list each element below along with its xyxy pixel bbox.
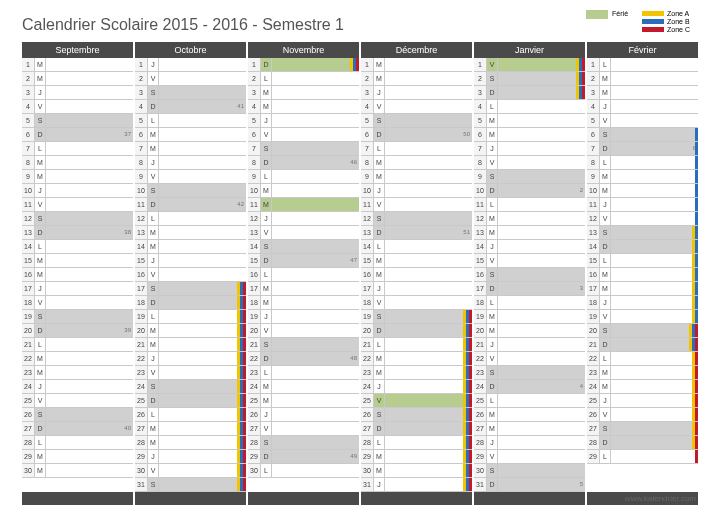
- day-row: 25J: [587, 394, 698, 408]
- day-row: 17J: [361, 282, 472, 296]
- day-row: 3J: [22, 86, 133, 100]
- day-row: 23M: [361, 366, 472, 380]
- day-row: 16M: [22, 268, 133, 282]
- day-row: 20D39: [22, 324, 133, 338]
- day-row: 16M: [587, 268, 698, 282]
- month-footer: [474, 492, 585, 505]
- day-row: 1L: [587, 58, 698, 72]
- day-row: 24J: [361, 380, 472, 394]
- day-row: 25M: [248, 394, 359, 408]
- month-col: Novembre1D452L3M4M5J6V7S8D469L10M11M12J1…: [248, 42, 359, 505]
- day-row: 4M: [248, 100, 359, 114]
- day-row: 21J: [474, 338, 585, 352]
- day-row: 25L: [474, 394, 585, 408]
- day-row: 27D40: [22, 422, 133, 436]
- day-row: 12L: [135, 212, 246, 226]
- day-row: 20D52: [361, 324, 472, 338]
- day-row: 19S: [22, 310, 133, 324]
- day-row: 13V: [248, 226, 359, 240]
- day-row: 23S: [474, 366, 585, 380]
- day-row: 10D2: [474, 184, 585, 198]
- day-row: 24M: [248, 380, 359, 394]
- day-row: 10J: [22, 184, 133, 198]
- day-row: 7L: [22, 142, 133, 156]
- day-row: 31S: [135, 478, 246, 492]
- day-row: 24M: [587, 380, 698, 394]
- day-row: 1V: [474, 58, 585, 72]
- day-row: 28J: [474, 436, 585, 450]
- day-row: 6M: [135, 128, 246, 142]
- day-row: 11V: [361, 198, 472, 212]
- day-row: 14J: [474, 240, 585, 254]
- day-row: 8J: [135, 156, 246, 170]
- month-col: Septembre1M2M3J4V5S6D377L8M9M10J11V12S13…: [22, 42, 133, 505]
- day-row: 20M: [135, 324, 246, 338]
- day-row: 20M: [474, 324, 585, 338]
- day-row: 28S: [248, 436, 359, 450]
- day-row: 24S: [135, 380, 246, 394]
- day-row: 6M: [474, 128, 585, 142]
- day-row: 27M: [135, 422, 246, 436]
- day-row: 17S: [135, 282, 246, 296]
- day-row: 8V: [474, 156, 585, 170]
- day-row: 26M: [474, 408, 585, 422]
- day-row: 28L: [22, 436, 133, 450]
- day-row: 18L: [474, 296, 585, 310]
- day-row: 20S: [587, 324, 698, 338]
- day-row: 2V: [135, 72, 246, 86]
- month-header: Janvier: [474, 42, 585, 58]
- day-row: 5S: [22, 114, 133, 128]
- month-footer: [135, 492, 246, 505]
- day-row: 5S: [361, 114, 472, 128]
- day-row: 8M: [361, 156, 472, 170]
- day-row: 9S: [474, 170, 585, 184]
- day-row: 29M: [361, 450, 472, 464]
- day-row: 17M: [587, 282, 698, 296]
- day-row: 26S: [361, 408, 472, 422]
- day-row: 30M: [361, 464, 472, 478]
- day-row: 2M: [587, 72, 698, 86]
- month-col: Janvier1V2S3D14L5M6M7J8V9S10D211L12M13M1…: [474, 42, 585, 505]
- day-row: 5L: [135, 114, 246, 128]
- day-row: 15V: [474, 254, 585, 268]
- day-row: 17M: [248, 282, 359, 296]
- day-row: 11D42: [135, 198, 246, 212]
- day-row: 26J: [248, 408, 359, 422]
- day-row: 7J: [474, 142, 585, 156]
- day-row: 22M: [361, 352, 472, 366]
- day-row: 6S: [587, 128, 698, 142]
- day-row: 10S: [135, 184, 246, 198]
- day-row: 14D7: [587, 240, 698, 254]
- day-row: 12J: [248, 212, 359, 226]
- day-row: 29J: [135, 450, 246, 464]
- month-col: Février1L2M3M4J5V6S7D68L9M10M11J12V13S14…: [587, 42, 698, 505]
- day-row: 2L: [248, 72, 359, 86]
- day-row: 9L: [248, 170, 359, 184]
- day-row: 4V: [22, 100, 133, 114]
- day-row: 21L: [22, 338, 133, 352]
- day-row: 10M: [587, 184, 698, 198]
- day-row: 18D43: [135, 296, 246, 310]
- day-row: 25D44: [135, 394, 246, 408]
- day-row: 14L: [361, 240, 472, 254]
- day-row: 29D49: [248, 450, 359, 464]
- day-row: 21S: [248, 338, 359, 352]
- day-row: 17J: [22, 282, 133, 296]
- day-row: 18V: [361, 296, 472, 310]
- day-row: 5J: [248, 114, 359, 128]
- day-row: 29M: [22, 450, 133, 464]
- day-row: 22D48: [248, 352, 359, 366]
- day-row: 7D6: [587, 142, 698, 156]
- day-row: 30S: [474, 464, 585, 478]
- footer-url: www.kalendrier.com: [625, 494, 696, 503]
- day-row: 2M: [22, 72, 133, 86]
- day-row: 7M: [135, 142, 246, 156]
- day-row: 3S: [135, 86, 246, 100]
- day-row: 9V: [135, 170, 246, 184]
- day-row: 1J: [135, 58, 246, 72]
- day-row: 3D1: [474, 86, 585, 100]
- day-row: 24D4: [474, 380, 585, 394]
- day-row: 23M: [22, 366, 133, 380]
- day-row: 9M: [361, 170, 472, 184]
- day-row: 23L: [248, 366, 359, 380]
